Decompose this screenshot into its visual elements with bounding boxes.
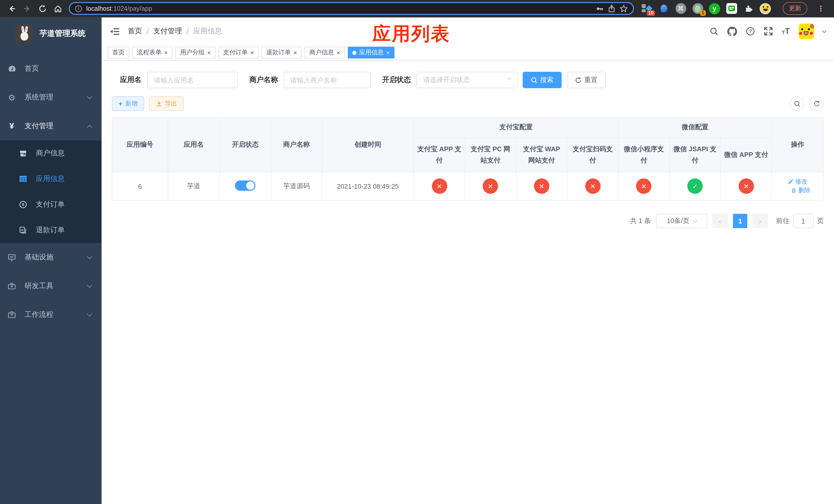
svg-text:?: ? — [749, 28, 752, 34]
bookmark-star-icon[interactable] — [620, 4, 628, 13]
sidebar-item-refund-order[interactable]: 退款订单 — [0, 217, 102, 243]
chevron-down-icon — [87, 282, 92, 288]
sidebar-item-merchant-info[interactable]: 商户信息 — [0, 140, 102, 166]
prev-page-button[interactable]: ‹ — [712, 214, 728, 228]
browser-update-button[interactable]: 更新 — [783, 2, 807, 15]
share-icon[interactable] — [608, 4, 615, 13]
close-icon[interactable]: × — [386, 49, 390, 55]
sidebar-item-infrastructure[interactable]: 基础设施 — [0, 243, 102, 272]
storefront-icon — [19, 149, 28, 157]
tab-process-form[interactable]: 流程表单× — [132, 47, 172, 59]
merchant-name-input[interactable] — [284, 72, 371, 88]
active-dot — [352, 50, 356, 54]
delete-link[interactable]: 删除 — [791, 186, 810, 195]
search-button[interactable]: 搜索 — [523, 72, 562, 88]
avatar-caret-icon[interactable] — [822, 28, 827, 33]
password-key-icon[interactable] — [595, 4, 604, 13]
status-circle: ✓ — [687, 178, 703, 194]
proxy-extension-icon[interactable]: 1 — [692, 3, 703, 14]
toggle-search-icon[interactable] — [790, 96, 804, 111]
status-circle: ✕ — [739, 178, 754, 194]
merchant-name-label: 商户名称 — [249, 75, 278, 85]
status-circle: ✕ — [636, 178, 652, 194]
fullscreen-icon[interactable] — [764, 27, 773, 36]
goto-page-input[interactable] — [793, 214, 813, 228]
app-name-input[interactable] — [147, 72, 238, 88]
site-info-icon[interactable] — [75, 5, 82, 12]
status-select[interactable]: 请选择开启状态 — [416, 72, 518, 88]
help-icon[interactable]: ? — [746, 27, 755, 36]
close-icon[interactable]: × — [336, 49, 340, 55]
gear-icon: ⚙ — [7, 93, 16, 102]
sidebar-item-dev-tools[interactable]: 研发工具 — [0, 272, 102, 300]
navbar-actions: ? TT — [710, 24, 826, 39]
cell-wechat-mini: ✕ — [618, 172, 670, 200]
sidebar-item-payment[interactable]: ¥ 支付管理 — [0, 112, 102, 140]
table-row: 6 芋道 芋道源码 2021-10-23 08:49:25 ✕ ✕ ✕ ✕ ✕ — [112, 172, 824, 200]
app-logo[interactable]: 芋道管理系统 — [0, 18, 102, 47]
tab-home[interactable]: 首页 — [108, 47, 129, 59]
balloon-extension-icon[interactable] — [658, 3, 670, 14]
tab-app-info[interactable]: 应用信息× — [348, 47, 394, 59]
cell-app-id: 6 — [112, 172, 168, 200]
sidebar-item-workflow[interactable]: 工作流程 — [0, 300, 102, 329]
yudao-extension-icon[interactable]: y — [709, 3, 720, 14]
sidebar-fold-icon[interactable] — [110, 27, 119, 36]
url-text[interactable]: localhost:1024/pay/app — [86, 5, 152, 12]
page-1-button[interactable]: 1 — [733, 214, 747, 228]
chevron-up-icon — [87, 124, 92, 130]
page-size-select[interactable]: 10条/页 — [656, 214, 707, 228]
yen-circle-icon: ¥ — [19, 201, 28, 209]
search-icon[interactable] — [710, 27, 719, 36]
cell-merchant: 芋道源码 — [271, 172, 322, 200]
sidebar-item-app-info[interactable]: 应用信息 — [0, 166, 102, 192]
sidebar-item-system[interactable]: ⚙ 系统管理 — [0, 83, 102, 112]
app-name-label: 应用名 — [120, 75, 141, 85]
col-app-name: 应用名 — [168, 117, 220, 172]
address-bar[interactable]: localhost:1024/pay/app — [69, 2, 634, 15]
tab-refund-order[interactable]: 退款订单× — [262, 47, 302, 59]
logo-avatar — [15, 25, 33, 42]
breadcrumb-app-info: 应用信息 — [193, 27, 222, 36]
chat-extension-icon[interactable] — [726, 3, 737, 14]
font-size-icon[interactable]: TT — [782, 27, 790, 36]
back-icon[interactable] — [4, 1, 20, 16]
monitor-chart-icon — [7, 253, 16, 261]
enabled-toggle[interactable] — [235, 180, 256, 190]
tab-pay-order[interactable]: 支付订单× — [219, 47, 259, 59]
goto-label: 前往 — [776, 216, 789, 226]
refresh-icon[interactable] — [809, 96, 824, 111]
breadcrumb-payment[interactable]: 支付管理 — [153, 27, 182, 36]
command-extension-icon[interactable]: ⌘ — [675, 3, 686, 14]
document-copy-icon — [19, 226, 28, 234]
chevron-down-icon — [87, 94, 92, 99]
close-icon[interactable]: × — [293, 49, 297, 55]
sidebar-item-home[interactable]: 首页 — [0, 54, 102, 83]
github-icon[interactable] — [727, 26, 737, 36]
close-icon[interactable]: × — [164, 49, 168, 55]
breadcrumb-home[interactable]: 首页 — [128, 27, 142, 36]
proxy-badge: 1 — [700, 10, 706, 16]
forward-icon[interactable] — [20, 1, 35, 16]
col-status: 开启状态 — [220, 117, 271, 172]
extensions-puzzle-icon[interactable] — [743, 3, 754, 14]
add-button[interactable]: + 新增 — [112, 96, 144, 111]
reset-button[interactable]: 重置 — [567, 72, 606, 88]
pagination: 共 1 条 10条/页 ‹ 1 › 前往 页 — [112, 214, 824, 228]
browser-menu-icon[interactable]: ⋮ — [817, 4, 825, 13]
tab-merchant-info[interactable]: 商户信息× — [305, 47, 345, 59]
export-button[interactable]: 导出 — [149, 96, 184, 111]
col-wechat-app: 微信 APP 支付 — [721, 138, 772, 172]
user-avatar[interactable] — [798, 24, 814, 39]
reload-icon[interactable] — [35, 1, 50, 16]
translate-extension-icon[interactable]: 10 — [641, 3, 653, 14]
close-icon[interactable]: × — [250, 49, 254, 55]
tab-user-group[interactable]: 用户分组× — [175, 47, 215, 59]
edit-link[interactable]: 修改 — [788, 177, 807, 186]
home-icon[interactable] — [50, 1, 66, 16]
next-page-button[interactable]: › — [752, 214, 768, 228]
sidebar-item-pay-order[interactable]: ¥ 支付订单 — [0, 192, 102, 217]
app-table: 应用编号 应用名 开启状态 商户名称 创建时间 支付宝配置 微信配置 操作 支付… — [112, 117, 824, 201]
profile-avatar-icon[interactable] — [760, 3, 771, 14]
close-icon[interactable]: × — [207, 49, 211, 55]
